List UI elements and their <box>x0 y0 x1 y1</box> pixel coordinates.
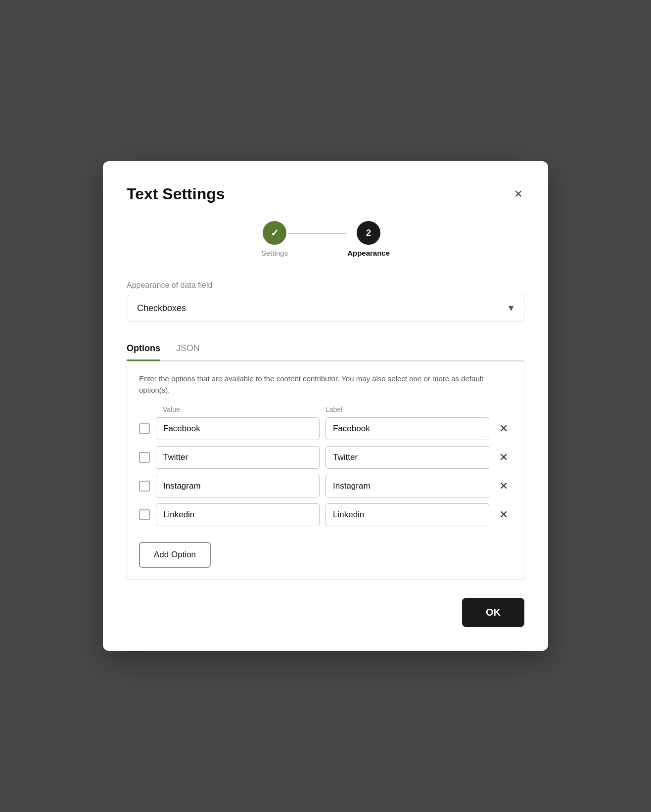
option-label-instagram[interactable] <box>326 475 489 497</box>
option-value-instagram[interactable] <box>156 475 320 497</box>
tab-bar: Options JSON <box>127 337 524 361</box>
col-headers: Value Label <box>139 406 512 417</box>
option-value-facebook[interactable] <box>156 417 320 440</box>
tab-options[interactable]: Options <box>127 337 160 361</box>
option-checkbox-instagram[interactable] <box>139 481 150 492</box>
step2-label: Appearance <box>347 249 390 257</box>
step1-label: Settings <box>261 249 288 257</box>
dropdown-wrapper: Checkboxes Radio Buttons Select Multi-se… <box>127 295 524 321</box>
option-value-linkedin[interactable] <box>156 503 320 526</box>
col-header-value: Value <box>163 406 326 413</box>
option-label-facebook[interactable] <box>326 417 489 440</box>
modal-title: Text Settings <box>127 185 225 203</box>
option-remove-twitter[interactable]: ✕ <box>495 449 512 466</box>
option-remove-facebook[interactable]: ✕ <box>495 420 512 437</box>
options-panel: Enter the options that are available to … <box>127 361 524 580</box>
step-appearance: 2 Appearance <box>347 221 390 257</box>
appearance-dropdown[interactable]: Checkboxes Radio Buttons Select Multi-se… <box>127 295 524 321</box>
modal-dialog: Text Settings × ✓ Settings 2 Appearance … <box>103 161 548 651</box>
step2-number: 2 <box>366 228 371 238</box>
option-row-facebook: ✕ <box>139 417 512 440</box>
modal-header: Text Settings × <box>127 185 524 203</box>
option-label-linkedin[interactable] <box>326 503 489 526</box>
option-row-linkedin: ✕ <box>139 503 512 526</box>
checkmark-icon: ✓ <box>271 227 279 239</box>
ok-button[interactable]: OK <box>462 598 524 627</box>
modal-footer: OK <box>127 598 524 627</box>
option-row-instagram: ✕ <box>139 475 512 497</box>
add-option-button[interactable]: Add Option <box>139 542 211 568</box>
col-header-label: Label <box>326 406 488 413</box>
options-table: Value Label ✕ ✕ ✕ <box>139 406 512 526</box>
step1-circle: ✓ <box>263 221 286 245</box>
option-checkbox-linkedin[interactable] <box>139 509 150 520</box>
step-settings: ✓ Settings <box>261 221 288 257</box>
tab-json[interactable]: JSON <box>176 337 200 361</box>
step2-circle: 2 <box>357 221 380 245</box>
field-label: Appearance of data field <box>127 281 524 290</box>
option-checkbox-facebook[interactable] <box>139 423 150 434</box>
option-row-twitter: ✕ <box>139 446 512 469</box>
option-label-twitter[interactable] <box>326 446 489 469</box>
step-connector <box>288 233 347 234</box>
stepper: ✓ Settings 2 Appearance <box>127 221 524 257</box>
close-button[interactable]: × <box>512 185 524 203</box>
options-description: Enter the options that are available to … <box>139 373 512 396</box>
option-value-twitter[interactable] <box>156 446 320 469</box>
option-remove-instagram[interactable]: ✕ <box>495 478 512 495</box>
option-remove-linkedin[interactable]: ✕ <box>495 506 512 523</box>
option-checkbox-twitter[interactable] <box>139 452 150 463</box>
